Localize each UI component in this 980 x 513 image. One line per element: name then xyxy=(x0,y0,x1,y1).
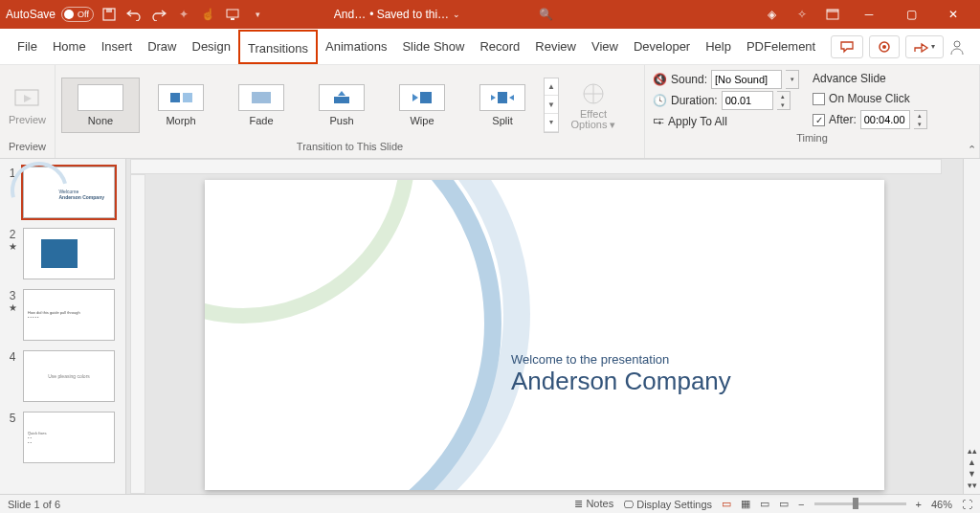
after-input[interactable] xyxy=(860,110,910,129)
comments-button[interactable] xyxy=(831,35,863,58)
push-label: Push xyxy=(329,115,353,126)
normal-view-icon[interactable]: ▭ xyxy=(722,498,731,510)
title-dropdown-icon[interactable]: ⌄ xyxy=(453,10,460,19)
tab-record[interactable]: Record xyxy=(472,30,527,64)
quick-edit-icon[interactable]: ✦ xyxy=(174,5,193,24)
transition-split[interactable]: Split xyxy=(463,78,542,133)
nav-up-icon[interactable]: ▲ xyxy=(968,457,976,467)
maximize-button[interactable]: ▢ xyxy=(890,0,932,29)
ribbon: Preview Preview None Morph Fade Push Wip… xyxy=(0,65,980,159)
vertical-scrollbar[interactable]: ▴▴ ▲ ▼ ▾▾ xyxy=(963,159,980,494)
tab-file[interactable]: File xyxy=(10,30,45,64)
tab-view[interactable]: View xyxy=(584,30,626,64)
fade-icon xyxy=(238,84,284,111)
tab-animations[interactable]: Animations xyxy=(318,30,394,64)
nav-up-double-icon[interactable]: ▴▴ xyxy=(968,446,977,456)
sound-icon: 🔇 xyxy=(653,73,667,86)
duration-input[interactable] xyxy=(722,91,773,110)
premium-icon[interactable]: ◈ xyxy=(756,5,787,24)
undo-icon[interactable] xyxy=(124,5,144,24)
after-checkbox[interactable]: ✓ xyxy=(813,114,825,126)
redo-icon[interactable] xyxy=(149,5,168,24)
thumbnail-5[interactable]: Quick fixes• •• • xyxy=(23,412,115,463)
tab-developer[interactable]: Developer xyxy=(626,30,698,64)
on-mouse-click-checkbox[interactable] xyxy=(813,93,825,105)
tab-review[interactable]: Review xyxy=(527,30,584,64)
tab-home[interactable]: Home xyxy=(45,30,94,64)
svg-rect-16 xyxy=(498,92,507,103)
touch-mode-icon[interactable]: ☝ xyxy=(199,5,218,24)
thumbnail-3[interactable]: How did this guide pull through• • • • • xyxy=(23,289,115,341)
slideshow-view-icon[interactable]: ▭ xyxy=(779,498,789,510)
svg-rect-14 xyxy=(334,97,349,103)
share-button[interactable]: ▾ xyxy=(905,35,944,58)
advance-slide-title: Advance Slide xyxy=(813,72,886,85)
split-label: Split xyxy=(492,115,512,126)
gallery-down-icon[interactable]: ▼ xyxy=(545,96,558,114)
transition-fade[interactable]: Fade xyxy=(222,78,301,133)
transition-gallery-scroll[interactable]: ▲▼▾ xyxy=(544,78,559,133)
effect-options-icon xyxy=(578,80,609,107)
autosave-toggle[interactable]: Off xyxy=(61,7,94,22)
slide-1[interactable]: Welcome to the presentation Anderson Com… xyxy=(205,180,884,490)
group-preview-label: Preview xyxy=(6,141,49,156)
transition-none[interactable]: None xyxy=(61,78,140,133)
zoom-in-button[interactable]: + xyxy=(916,499,922,510)
preview-button[interactable]: Preview xyxy=(6,85,49,125)
zoom-out-button[interactable]: − xyxy=(798,499,804,510)
reading-view-icon[interactable]: ▭ xyxy=(760,498,769,510)
title-bar: AutoSave Off ✦ ☝ ▾ And… • Saved to thi… … xyxy=(0,0,980,29)
search-icon[interactable]: 🔍 xyxy=(526,5,565,24)
transition-morph[interactable]: Morph xyxy=(142,78,220,133)
tab-design[interactable]: Design xyxy=(185,30,238,64)
gallery-more-icon[interactable]: ▾ xyxy=(545,114,558,132)
sorter-view-icon[interactable]: ▦ xyxy=(741,498,750,510)
after-spinner[interactable]: ▴▾ xyxy=(914,110,927,129)
start-from-beginning-icon[interactable] xyxy=(224,5,243,24)
close-button[interactable]: ✕ xyxy=(932,0,974,29)
zoom-slider[interactable] xyxy=(814,502,906,505)
slide-counter: Slide 1 of 6 xyxy=(8,499,60,510)
tab-help[interactable]: Help xyxy=(698,30,739,64)
autosave-state: Off xyxy=(78,10,89,19)
duration-label: Duration: xyxy=(671,94,718,107)
ribbon-display-icon[interactable] xyxy=(817,5,848,24)
sound-dropdown-icon[interactable]: ▾ xyxy=(786,70,799,89)
thumbnail-2[interactable] xyxy=(23,228,115,279)
tab-transitions[interactable]: Transitions xyxy=(238,30,318,64)
effect-options-button[interactable]: EffectOptions ▾ xyxy=(567,80,620,130)
tab-pdfelement[interactable]: PDFelement xyxy=(739,30,823,64)
sound-select[interactable] xyxy=(711,70,782,89)
collapse-ribbon-icon[interactable]: ⌃ xyxy=(968,144,976,156)
toggle-knob-icon xyxy=(64,10,74,19)
doc-name-text: And… xyxy=(334,8,366,21)
thumbnail-4[interactable]: Use pleasing colors xyxy=(23,350,115,402)
transition-push[interactable]: Push xyxy=(302,78,381,133)
push-icon xyxy=(319,84,365,111)
thumb-num-3: 3★ xyxy=(6,289,19,341)
fit-to-window-icon[interactable]: ⛶ xyxy=(962,499,972,510)
qat-more-icon[interactable]: ▾ xyxy=(249,5,268,24)
apply-to-all-button[interactable]: ⮓Apply To All xyxy=(653,111,799,132)
nav-down-icon[interactable]: ▼ xyxy=(968,469,976,479)
notes-button[interactable]: ≣ Notes xyxy=(574,498,613,510)
tab-draw[interactable]: Draw xyxy=(140,30,184,64)
transition-wipe[interactable]: Wipe xyxy=(383,78,461,133)
minimize-button[interactable]: ─ xyxy=(848,0,890,29)
tab-slideshow[interactable]: Slide Show xyxy=(394,30,472,64)
save-status-text: • Saved to thi… xyxy=(369,8,449,21)
display-settings-button[interactable]: 🖵 Display Settings xyxy=(623,499,712,510)
vertical-ruler xyxy=(130,174,145,494)
duration-spinner[interactable]: ▴▾ xyxy=(777,91,791,110)
horizontal-ruler xyxy=(130,159,942,174)
account-icon[interactable] xyxy=(944,38,970,56)
save-icon[interactable] xyxy=(100,5,119,24)
gallery-up-icon[interactable]: ▲ xyxy=(545,78,558,97)
sparkle-icon[interactable]: ✧ xyxy=(787,5,817,24)
nav-down-double-icon[interactable]: ▾▾ xyxy=(968,480,977,490)
tab-insert[interactable]: Insert xyxy=(94,30,141,64)
thumbnail-1[interactable]: WelcomeAnderson Company xyxy=(23,167,115,218)
thumb-num-2: 2★ xyxy=(6,228,19,279)
record-button[interactable] xyxy=(869,35,900,58)
zoom-level[interactable]: 46% xyxy=(931,499,952,510)
